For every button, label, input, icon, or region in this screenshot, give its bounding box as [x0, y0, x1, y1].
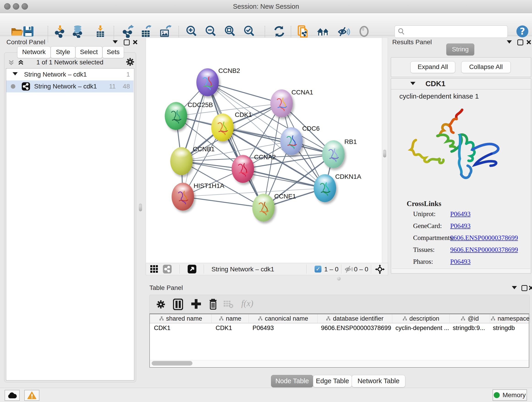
- column-header--id[interactable]: @id: [450, 314, 490, 323]
- network-node-CCNA1[interactable]: [270, 89, 293, 117]
- collection-expand-icon[interactable]: [13, 72, 18, 75]
- tab-network[interactable]: Network: [17, 46, 51, 58]
- tab-network-table[interactable]: Network Table: [352, 375, 405, 387]
- tab-node-table[interactable]: Node Table: [271, 375, 313, 387]
- function-builder-icon[interactable]: f(x): [241, 298, 253, 308]
- node-table[interactable]: shared namenamecanonical namedatabase id…: [149, 313, 529, 368]
- import-table-file-icon[interactable]: [94, 25, 107, 38]
- tab-sets[interactable]: Sets: [102, 46, 124, 58]
- table-cell[interactable]: CDK1: [150, 323, 211, 332]
- network-row-selected[interactable]: String Network – cdk1 11 48: [6, 80, 133, 92]
- zoom-out-icon[interactable]: [204, 25, 217, 38]
- table-panel-float-icon[interactable]: [512, 286, 517, 290]
- import-network-file-icon[interactable]: [54, 25, 66, 38]
- column-header-database-identifier[interactable]: database identifier: [317, 314, 392, 323]
- zoom-fit-icon[interactable]: [224, 25, 236, 38]
- zoom-in-icon[interactable]: [185, 25, 198, 38]
- export-network-icon[interactable]: [122, 25, 135, 38]
- panel-splitter-handle[interactable]: [139, 204, 142, 211]
- memory-button[interactable]: Memory: [493, 389, 527, 401]
- delete-table-icon[interactable]: [223, 300, 234, 309]
- selected-checkbox-icon[interactable]: ✓: [315, 266, 322, 273]
- control-panel-close-icon[interactable]: [133, 39, 138, 46]
- section-collapse-icon[interactable]: [410, 82, 415, 85]
- network-node-CDKN1A[interactable]: [314, 174, 336, 202]
- table-panel-close-icon[interactable]: [528, 285, 532, 292]
- expand-all-button[interactable]: Expand All: [410, 61, 455, 73]
- network-node-CDC25B[interactable]: [165, 102, 187, 130]
- network-node-HIST1H1A[interactable]: [172, 183, 194, 211]
- network-node-CDC6[interactable]: [280, 127, 303, 155]
- export-table-icon[interactable]: [139, 25, 152, 38]
- save-session-icon[interactable]: [22, 25, 35, 38]
- column-header-name[interactable]: name: [212, 314, 249, 323]
- network-node-CDK1[interactable]: [211, 114, 234, 141]
- results-panel-maximize-icon[interactable]: [517, 39, 523, 46]
- expand-all-networks-icon[interactable]: [17, 59, 24, 67]
- tab-edge-table[interactable]: Edge Table: [313, 375, 352, 387]
- open-session-icon[interactable]: [11, 25, 23, 38]
- canvas-scrollbar-thumb[interactable]: [383, 150, 386, 157]
- tab-select[interactable]: Select: [75, 46, 102, 58]
- table-cell[interactable]: P06493: [248, 323, 317, 332]
- crosslink-link-1[interactable]: P06493: [450, 222, 471, 230]
- help-icon[interactable]: ?: [516, 25, 529, 38]
- show-columns-icon[interactable]: [173, 299, 183, 311]
- table-cell[interactable]: CDK1: [211, 323, 248, 332]
- network-node-CCNA2[interactable]: [232, 155, 254, 183]
- table-scrollbar-thumb[interactable]: [152, 361, 192, 366]
- search-input[interactable]: [407, 27, 506, 36]
- crosslink-link-3[interactable]: 9606.ENSP00000378699: [450, 246, 518, 254]
- import-network-database-icon[interactable]: [71, 25, 84, 38]
- cloud-status-button[interactable]: [5, 390, 20, 401]
- refresh-icon[interactable]: [273, 25, 286, 38]
- table-gear-icon[interactable]: [156, 300, 166, 310]
- hidden-eye-slash-icon[interactable]: [344, 265, 353, 274]
- table-cell[interactable]: stringdb:9...: [449, 323, 489, 332]
- show-eye-icon[interactable]: [358, 25, 370, 38]
- column-header-namespace[interactable]: namespace: [490, 314, 530, 323]
- string-view-badge-icon[interactable]: [163, 265, 172, 274]
- open-in-window-icon[interactable]: [188, 265, 196, 274]
- table-row[interactable]: CDK1CDK1P064939606.ENSP00000378699cyclin…: [150, 323, 529, 332]
- crosslink-link-0[interactable]: P06493: [450, 210, 471, 218]
- network-collection-row[interactable]: String Network – cdk1 1: [6, 69, 133, 80]
- zoom-selected-icon[interactable]: [243, 25, 256, 38]
- crosslink-link-2[interactable]: 9606.ENSP00000378699: [450, 234, 518, 242]
- export-image-icon[interactable]: [159, 25, 172, 38]
- birdseye-grid-icon[interactable]: [150, 265, 158, 274]
- home-networks-icon[interactable]: [317, 25, 329, 38]
- table-cell[interactable]: stringdb: [489, 323, 529, 332]
- hide-eye-icon[interactable]: [337, 25, 350, 38]
- network-node-CCNB2[interactable]: [196, 68, 219, 96]
- canvas-vertical-scrollbar[interactable]: [382, 38, 388, 263]
- control-panel-maximize-icon[interactable]: [124, 39, 130, 46]
- results-panel-float-icon[interactable]: [507, 40, 512, 45]
- network-canvas[interactable]: CCNB2CCNA1CDC25BCDK1CDC6RB1CCNB1CCNA2CDK…: [146, 38, 382, 263]
- warning-status-button[interactable]: [24, 390, 39, 401]
- node-section-header[interactable]: CDK1: [391, 79, 531, 89]
- column-header-shared-name[interactable]: shared name: [150, 314, 212, 323]
- table-panel-maximize-icon[interactable]: [521, 285, 527, 292]
- results-horizontal-scrollbar[interactable]: [392, 269, 530, 273]
- network-options-gear-icon[interactable]: [126, 57, 135, 67]
- create-column-icon[interactable]: [191, 299, 201, 311]
- delete-column-trash-icon[interactable]: [208, 298, 218, 311]
- tab-style[interactable]: Style: [51, 46, 75, 58]
- collapse-all-networks-icon[interactable]: [8, 59, 15, 67]
- horizontal-splitter-handle[interactable]: [337, 277, 341, 281]
- results-panel-close-icon[interactable]: [526, 39, 532, 46]
- collapse-all-button[interactable]: Collapse All: [461, 61, 511, 73]
- table-horizontal-scrollbar[interactable]: [150, 360, 529, 366]
- network-node-CCNE1[interactable]: [252, 194, 275, 222]
- network-node-RB1[interactable]: [322, 140, 345, 168]
- pan-crosshair-icon[interactable]: [375, 264, 385, 275]
- control-panel-float-icon[interactable]: [113, 40, 118, 45]
- column-header-canonical-name[interactable]: canonical name: [249, 314, 317, 323]
- table-cell[interactable]: cyclin-dependent ...: [391, 323, 449, 332]
- network-node-CCNB1[interactable]: [170, 147, 193, 175]
- table-cell[interactable]: 9606.ENSP00000378699: [317, 323, 391, 332]
- crosslink-link-4[interactable]: P06493: [450, 258, 471, 265]
- column-header-description[interactable]: description: [392, 314, 450, 323]
- tab-string-results[interactable]: String: [446, 44, 474, 56]
